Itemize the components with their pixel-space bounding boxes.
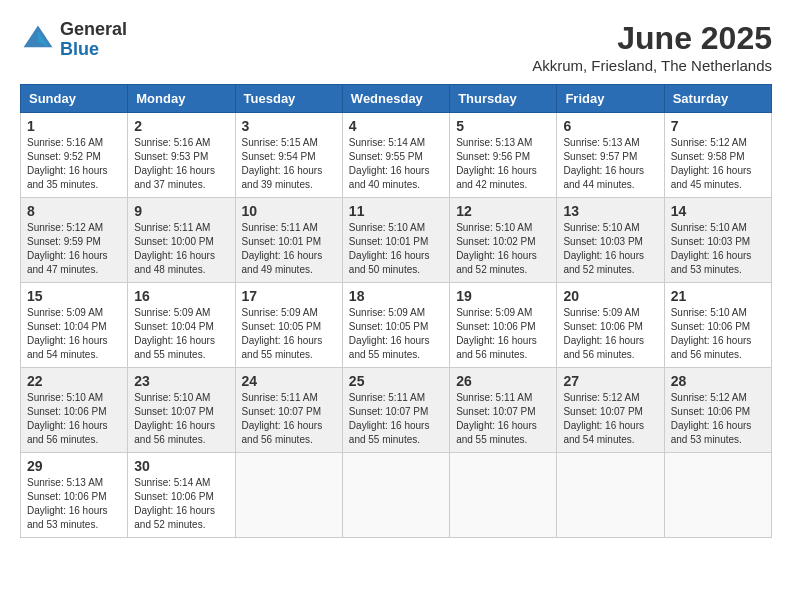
day-number: 18 [349, 288, 443, 304]
calendar-cell: 17 Sunrise: 5:09 AMSunset: 10:05 PMDayli… [235, 283, 342, 368]
weekday-header-tuesday: Tuesday [235, 85, 342, 113]
calendar-cell: 9 Sunrise: 5:11 AMSunset: 10:00 PMDaylig… [128, 198, 235, 283]
calendar-cell: 26 Sunrise: 5:11 AMSunset: 10:07 PMDayli… [450, 368, 557, 453]
day-content: Sunrise: 5:10 AMSunset: 10:03 PMDaylight… [671, 221, 765, 277]
week-row-5: 29 Sunrise: 5:13 AMSunset: 10:06 PMDayli… [21, 453, 772, 538]
header: General Blue June 2025 Akkrum, Friesland… [20, 20, 772, 74]
day-content: Sunrise: 5:14 AMSunset: 10:06 PMDaylight… [134, 476, 228, 532]
day-content: Sunrise: 5:09 AMSunset: 10:04 PMDaylight… [27, 306, 121, 362]
day-number: 6 [563, 118, 657, 134]
day-number: 1 [27, 118, 121, 134]
day-content: Sunrise: 5:10 AMSunset: 10:03 PMDaylight… [563, 221, 657, 277]
day-content: Sunrise: 5:11 AMSunset: 10:07 PMDaylight… [456, 391, 550, 447]
day-number: 30 [134, 458, 228, 474]
day-number: 25 [349, 373, 443, 389]
day-number: 10 [242, 203, 336, 219]
calendar-cell [450, 453, 557, 538]
calendar-cell: 1 Sunrise: 5:16 AMSunset: 9:52 PMDayligh… [21, 113, 128, 198]
calendar-cell: 20 Sunrise: 5:09 AMSunset: 10:06 PMDayli… [557, 283, 664, 368]
weekday-header-wednesday: Wednesday [342, 85, 449, 113]
logo-icon [20, 22, 56, 58]
calendar-cell: 2 Sunrise: 5:16 AMSunset: 9:53 PMDayligh… [128, 113, 235, 198]
weekday-header-monday: Monday [128, 85, 235, 113]
day-content: Sunrise: 5:16 AMSunset: 9:53 PMDaylight:… [134, 136, 228, 192]
calendar-cell: 4 Sunrise: 5:14 AMSunset: 9:55 PMDayligh… [342, 113, 449, 198]
logo-blue-text: Blue [60, 40, 127, 60]
day-number: 3 [242, 118, 336, 134]
day-content: Sunrise: 5:11 AMSunset: 10:07 PMDaylight… [349, 391, 443, 447]
location-title: Akkrum, Friesland, The Netherlands [532, 57, 772, 74]
calendar-cell [664, 453, 771, 538]
calendar-cell: 25 Sunrise: 5:11 AMSunset: 10:07 PMDayli… [342, 368, 449, 453]
calendar-cell: 21 Sunrise: 5:10 AMSunset: 10:06 PMDayli… [664, 283, 771, 368]
calendar-cell: 22 Sunrise: 5:10 AMSunset: 10:06 PMDayli… [21, 368, 128, 453]
day-number: 4 [349, 118, 443, 134]
day-number: 22 [27, 373, 121, 389]
day-number: 19 [456, 288, 550, 304]
weekday-header-row: SundayMondayTuesdayWednesdayThursdayFrid… [21, 85, 772, 113]
day-number: 12 [456, 203, 550, 219]
day-number: 15 [27, 288, 121, 304]
weekday-header-sunday: Sunday [21, 85, 128, 113]
title-area: June 2025 Akkrum, Friesland, The Netherl… [532, 20, 772, 74]
day-number: 8 [27, 203, 121, 219]
day-number: 5 [456, 118, 550, 134]
calendar-cell: 5 Sunrise: 5:13 AMSunset: 9:56 PMDayligh… [450, 113, 557, 198]
day-content: Sunrise: 5:12 AMSunset: 10:07 PMDaylight… [563, 391, 657, 447]
day-number: 29 [27, 458, 121, 474]
calendar-cell: 29 Sunrise: 5:13 AMSunset: 10:06 PMDayli… [21, 453, 128, 538]
day-number: 28 [671, 373, 765, 389]
day-number: 11 [349, 203, 443, 219]
week-row-3: 15 Sunrise: 5:09 AMSunset: 10:04 PMDayli… [21, 283, 772, 368]
calendar-cell: 12 Sunrise: 5:10 AMSunset: 10:02 PMDayli… [450, 198, 557, 283]
day-content: Sunrise: 5:13 AMSunset: 9:56 PMDaylight:… [456, 136, 550, 192]
weekday-header-friday: Friday [557, 85, 664, 113]
day-number: 16 [134, 288, 228, 304]
week-row-2: 8 Sunrise: 5:12 AMSunset: 9:59 PMDayligh… [21, 198, 772, 283]
day-content: Sunrise: 5:14 AMSunset: 9:55 PMDaylight:… [349, 136, 443, 192]
day-content: Sunrise: 5:11 AMSunset: 10:00 PMDaylight… [134, 221, 228, 277]
day-number: 26 [456, 373, 550, 389]
calendar-cell: 15 Sunrise: 5:09 AMSunset: 10:04 PMDayli… [21, 283, 128, 368]
calendar-cell: 14 Sunrise: 5:10 AMSunset: 10:03 PMDayli… [664, 198, 771, 283]
logo-general-text: General [60, 20, 127, 40]
day-content: Sunrise: 5:12 AMSunset: 9:58 PMDaylight:… [671, 136, 765, 192]
week-row-1: 1 Sunrise: 5:16 AMSunset: 9:52 PMDayligh… [21, 113, 772, 198]
day-content: Sunrise: 5:09 AMSunset: 10:06 PMDaylight… [456, 306, 550, 362]
day-content: Sunrise: 5:09 AMSunset: 10:04 PMDaylight… [134, 306, 228, 362]
day-content: Sunrise: 5:11 AMSunset: 10:01 PMDaylight… [242, 221, 336, 277]
calendar-cell: 30 Sunrise: 5:14 AMSunset: 10:06 PMDayli… [128, 453, 235, 538]
day-number: 9 [134, 203, 228, 219]
day-content: Sunrise: 5:13 AMSunset: 10:06 PMDaylight… [27, 476, 121, 532]
calendar-cell: 27 Sunrise: 5:12 AMSunset: 10:07 PMDayli… [557, 368, 664, 453]
day-content: Sunrise: 5:10 AMSunset: 10:06 PMDaylight… [671, 306, 765, 362]
calendar-cell [342, 453, 449, 538]
day-content: Sunrise: 5:10 AMSunset: 10:06 PMDaylight… [27, 391, 121, 447]
day-number: 17 [242, 288, 336, 304]
weekday-header-thursday: Thursday [450, 85, 557, 113]
calendar-cell: 16 Sunrise: 5:09 AMSunset: 10:04 PMDayli… [128, 283, 235, 368]
day-content: Sunrise: 5:12 AMSunset: 10:06 PMDaylight… [671, 391, 765, 447]
calendar-cell: 3 Sunrise: 5:15 AMSunset: 9:54 PMDayligh… [235, 113, 342, 198]
week-row-4: 22 Sunrise: 5:10 AMSunset: 10:06 PMDayli… [21, 368, 772, 453]
day-content: Sunrise: 5:12 AMSunset: 9:59 PMDaylight:… [27, 221, 121, 277]
day-content: Sunrise: 5:10 AMSunset: 10:07 PMDaylight… [134, 391, 228, 447]
calendar-cell [557, 453, 664, 538]
day-number: 20 [563, 288, 657, 304]
day-number: 14 [671, 203, 765, 219]
day-number: 2 [134, 118, 228, 134]
calendar-cell: 23 Sunrise: 5:10 AMSunset: 10:07 PMDayli… [128, 368, 235, 453]
calendar-cell: 19 Sunrise: 5:09 AMSunset: 10:06 PMDayli… [450, 283, 557, 368]
month-title: June 2025 [532, 20, 772, 57]
day-content: Sunrise: 5:13 AMSunset: 9:57 PMDaylight:… [563, 136, 657, 192]
calendar: SundayMondayTuesdayWednesdayThursdayFrid… [20, 84, 772, 538]
calendar-cell: 11 Sunrise: 5:10 AMSunset: 10:01 PMDayli… [342, 198, 449, 283]
day-content: Sunrise: 5:09 AMSunset: 10:05 PMDaylight… [349, 306, 443, 362]
day-content: Sunrise: 5:09 AMSunset: 10:06 PMDaylight… [563, 306, 657, 362]
day-content: Sunrise: 5:10 AMSunset: 10:02 PMDaylight… [456, 221, 550, 277]
day-number: 24 [242, 373, 336, 389]
day-content: Sunrise: 5:16 AMSunset: 9:52 PMDaylight:… [27, 136, 121, 192]
calendar-cell: 8 Sunrise: 5:12 AMSunset: 9:59 PMDayligh… [21, 198, 128, 283]
calendar-cell: 18 Sunrise: 5:09 AMSunset: 10:05 PMDayli… [342, 283, 449, 368]
logo-text: General Blue [60, 20, 127, 60]
